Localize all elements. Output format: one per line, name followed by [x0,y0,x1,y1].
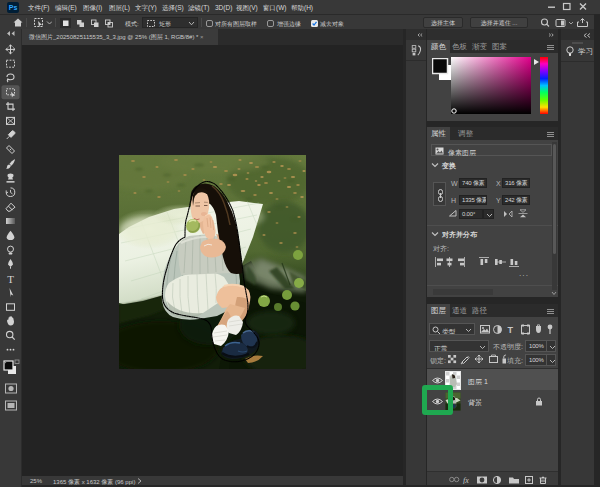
svg-text:Ps: Ps [9,4,18,11]
svg-text:T: T [7,273,14,285]
svg-text:T: T [508,325,514,335]
svg-text:fx: fx [463,476,469,484]
